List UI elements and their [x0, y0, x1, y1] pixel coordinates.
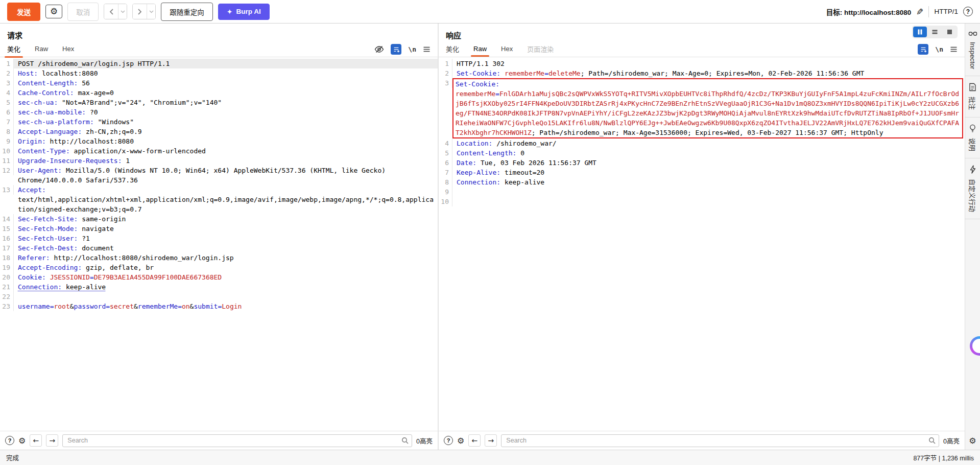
line-content: User-Agent: Mozilla/5.0 (Windows NT 10.0…	[14, 166, 438, 185]
code-line-23[interactable]: 23username=root&password=secret&remember…	[0, 301, 438, 311]
syntax-highlight-icon[interactable]	[391, 44, 401, 55]
http-version-label[interactable]: HTTP/1	[934, 8, 958, 15]
burp-ai-button[interactable]: ✦ Burp AI	[218, 4, 270, 20]
code-line-18[interactable]: 18Referer: http://localhost:8080/shirode…	[0, 253, 438, 263]
code-line-4[interactable]: 4Location: /shirodemo_war/	[439, 138, 965, 148]
history-back-button[interactable]	[104, 4, 118, 19]
tab-raw[interactable]: Raw	[473, 41, 487, 57]
search-input[interactable]	[62, 434, 412, 447]
history-forward-button[interactable]	[133, 4, 147, 19]
code-line-14[interactable]: 14Sec-Fetch-Site: same-origin	[0, 214, 438, 224]
layout-columns-button[interactable]	[913, 27, 927, 37]
search-help-icon[interactable]: ?	[5, 436, 14, 445]
code-line-8[interactable]: 8Accept-Language: zh-CN,zh;q=0.9	[0, 127, 438, 136]
search-next-button[interactable]: →	[46, 434, 58, 447]
code-line-21[interactable]: 21Connection: keep-alive	[0, 282, 438, 292]
code-line-4[interactable]: 4Cache-Control: max-age=0	[0, 88, 438, 98]
send-button[interactable]: 发送	[7, 3, 40, 21]
code-line-5[interactable]: 5Content-Length: 0	[439, 148, 965, 158]
hide-nonprintable-icon[interactable]	[374, 45, 384, 53]
line-content: Connection: keep-alive	[452, 177, 965, 187]
code-line-7[interactable]: 7sec-ch-ua-platform: "Windows"	[0, 117, 438, 127]
sidebar-item-inspector[interactable]: Inspector	[965, 24, 980, 76]
line-number: 13	[0, 185, 14, 195]
code-line-9[interactable]: 9Origin: http://localhost:8080	[0, 136, 438, 146]
editor-menu-icon[interactable]	[423, 46, 431, 53]
layout-single-button[interactable]	[943, 27, 957, 37]
line-content: HTTP/1.1 302	[452, 59, 965, 68]
code-line-15[interactable]: 15Sec-Fetch-Mode: navigate	[0, 224, 438, 234]
code-line-12[interactable]: 12User-Agent: Mozilla/5.0 (Windows NT 10…	[0, 166, 438, 185]
code-line-2[interactable]: 2Set-Cookie: rememberMe=deleteMe; Path=/…	[439, 68, 965, 78]
search-settings-icon[interactable]: ⚙	[457, 436, 464, 446]
code-line-6[interactable]: 6sec-ch-ua-mobile: ?0	[0, 107, 438, 117]
code-line-10[interactable]: 10	[439, 197, 965, 206]
sidebar-item-custom-actions[interactable]: 自定义行动	[965, 158, 980, 219]
response-editor[interactable]: 1HTTP/1.1 3022Set-Cookie: rememberMe=del…	[439, 57, 965, 431]
send-settings-button[interactable]: ⚙	[45, 5, 62, 18]
line-content: Content-Length: 56	[14, 78, 438, 88]
cancel-button[interactable]: 取消	[67, 3, 99, 21]
sidebar-settings-gear-icon[interactable]: ⚙	[969, 436, 976, 446]
code-line-3[interactable]: 3Content-Length: 56	[0, 78, 438, 88]
tab-pretty[interactable]: 美化	[446, 40, 459, 58]
line-number: 14	[0, 214, 14, 224]
newline-toggle-icon[interactable]: \n	[935, 45, 943, 53]
search-help-icon[interactable]: ?	[444, 436, 453, 445]
search-prev-button[interactable]: ←	[468, 434, 481, 447]
newline-toggle-icon[interactable]: \n	[408, 45, 416, 53]
code-line-19[interactable]: 19Accept-Encoding: gzip, deflate, br	[0, 263, 438, 272]
history-forward-dropdown[interactable]	[147, 4, 155, 19]
code-line-20[interactable]: 20Cookie: JSESSIONID=DE79B3AE1A455DA99F1…	[0, 272, 438, 282]
code-line-16[interactable]: 16Sec-Fetch-User: ?1	[0, 234, 438, 243]
search-field-wrap	[62, 434, 412, 447]
line-content: Set-Cookie: rememberMe=FnlGDArh1aMujsQBc…	[452, 78, 963, 138]
line-content: Cookie: JSESSIONID=DE79B3AE1A455DA99F100…	[14, 272, 438, 282]
response-panel: 响应 美化RawHex页面渲染	[439, 24, 965, 450]
line-number: 7	[0, 117, 14, 127]
line-number: 10	[0, 146, 14, 156]
line-content: Accept: text/html,application/xhtml+xml,…	[14, 185, 438, 214]
code-line-7[interactable]: 7Keep-Alive: timeout=20	[439, 168, 965, 177]
code-line-1[interactable]: 1HTTP/1.1 302	[439, 59, 965, 68]
lightbulb-icon	[969, 124, 976, 133]
code-line-2[interactable]: 2Host: localhost:8080	[0, 68, 438, 78]
code-line-17[interactable]: 17Sec-Fetch-Dest: document	[0, 243, 438, 253]
sidebar-item-label: 自定义行动	[968, 179, 977, 212]
code-line-1[interactable]: 1POST /shirodemo_war/login.jsp HTTP/1.1	[0, 59, 438, 68]
code-line-22[interactable]: 22	[0, 292, 438, 301]
help-icon[interactable]: ?	[963, 7, 973, 16]
code-line-8[interactable]: 8Connection: keep-alive	[439, 177, 965, 187]
sidebar-item-explanation[interactable]: 说明	[965, 118, 980, 158]
code-line-10[interactable]: 10Content-Type: application/x-www-form-u…	[0, 146, 438, 156]
code-line-11[interactable]: 11Upgrade-Insecure-Requests: 1	[0, 156, 438, 166]
search-input[interactable]	[501, 434, 939, 447]
tab-pretty[interactable]: 美化	[7, 40, 20, 58]
code-line-3[interactable]: 3Set-Cookie: rememberMe=FnlGDArh1aMujsQB…	[439, 78, 965, 138]
edit-target-icon[interactable]: ✎	[916, 7, 923, 17]
editor-menu-icon[interactable]	[950, 46, 958, 53]
history-back-dropdown[interactable]	[118, 4, 127, 19]
line-number: 19	[0, 263, 14, 272]
tab-raw[interactable]: Raw	[35, 41, 48, 57]
follow-redirect-button[interactable]: 跟随重定向	[161, 3, 213, 21]
ai-assistant-bubble[interactable]	[970, 336, 980, 356]
code-line-13[interactable]: 13Accept: text/html,application/xhtml+xm…	[0, 185, 438, 214]
search-prev-button[interactable]: ←	[30, 434, 42, 447]
sidebar-item-notes[interactable]: 批注	[965, 76, 980, 117]
line-number: 5	[439, 148, 452, 158]
sidebar-item-label: 批注	[968, 97, 977, 110]
request-editor[interactable]: 1POST /shirodemo_war/login.jsp HTTP/1.12…	[0, 57, 438, 431]
search-settings-icon[interactable]: ⚙	[18, 436, 26, 446]
tab-hex[interactable]: Hex	[62, 41, 74, 57]
line-content: Sec-Fetch-Dest: document	[14, 243, 438, 253]
tab-hex[interactable]: Hex	[501, 41, 513, 57]
code-line-5[interactable]: 5sec-ch-ua: "Not=A?Brand";v="24", "Chrom…	[0, 98, 438, 107]
search-next-button[interactable]: →	[485, 434, 497, 447]
code-line-6[interactable]: 6Date: Tue, 03 Feb 2026 11:56:37 GMT	[439, 158, 965, 168]
syntax-highlight-icon[interactable]	[918, 44, 928, 55]
line-content: Set-Cookie: rememberMe=deleteMe; Path=/s…	[452, 68, 965, 78]
code-line-9[interactable]: 9	[439, 187, 965, 197]
layout-rows-button[interactable]	[928, 27, 942, 37]
request-title: 请求	[7, 30, 431, 40]
